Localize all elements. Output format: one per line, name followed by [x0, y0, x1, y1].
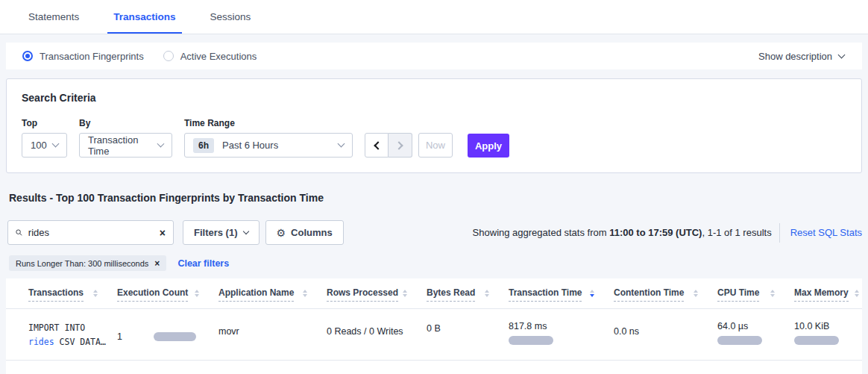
- arrow-left-icon: [374, 141, 382, 149]
- search-box[interactable]: ×: [7, 220, 174, 245]
- applied-filters-row: Runs Longer Than: 300 milliseconds × Cle…: [9, 255, 862, 271]
- chevron-down-icon: [52, 140, 60, 148]
- next-time-range-button[interactable]: [389, 133, 412, 158]
- results-table: Transactions Execution Count Application…: [6, 278, 862, 374]
- search-criteria-card: Search Criteria Top 100 By Transaction T…: [6, 78, 862, 173]
- time-range-pager: [365, 133, 412, 158]
- bytes-read-value: 0 B: [427, 323, 441, 334]
- radio-transaction-fingerprints[interactable]: Transaction Fingerprints: [22, 51, 144, 62]
- sql-statement-line2: rides CSV DATA…: [28, 335, 117, 349]
- column-header-transactions[interactable]: Transactions: [28, 287, 117, 302]
- tab-statements[interactable]: Statements: [16, 0, 91, 34]
- column-header-contention-time[interactable]: Contention Time: [614, 287, 717, 302]
- cpu-time-value: 64.0 µs: [717, 321, 794, 331]
- chevron-down-icon: [338, 140, 345, 148]
- column-header-label[interactable]: Execution Count: [117, 287, 188, 302]
- sort-icon[interactable]: [403, 290, 407, 297]
- stats-prefix: Showing aggregated stats from: [473, 227, 610, 238]
- top-label: Top: [22, 118, 67, 128]
- filter-pill-label: Runs Longer Than: 300 milliseconds: [16, 259, 148, 268]
- sort-icon[interactable]: [195, 290, 199, 297]
- execution-count-cell: 1: [117, 324, 218, 349]
- column-header-label[interactable]: Contention Time: [614, 287, 684, 302]
- stats-time-range: 11:00 to 17:59 (UTC): [609, 227, 702, 238]
- sort-icon[interactable]: [770, 290, 775, 297]
- cpu-time-cell: 64.0 µs: [717, 321, 794, 349]
- time-range-value: Past 6 Hours: [222, 140, 278, 151]
- search-input[interactable]: [28, 227, 160, 238]
- column-header-label[interactable]: CPU Time: [717, 287, 759, 302]
- top-select[interactable]: 100: [22, 133, 67, 158]
- stats-suffix: , 1-1 of 1 results: [702, 227, 771, 238]
- column-header-rows-processed[interactable]: Rows Processed: [327, 287, 427, 302]
- execution-count-bar: [154, 332, 196, 341]
- column-header-max-memory[interactable]: Max Memory: [794, 287, 862, 302]
- transaction-fingerprint-cell[interactable]: IMPORT INTO rides CSV DATA…: [28, 321, 117, 349]
- columns-button-label: Columns: [291, 227, 333, 238]
- bytes-read-cell: 0 B: [427, 321, 509, 349]
- sort-icon[interactable]: [855, 290, 859, 297]
- application-name-cell: movr: [218, 321, 327, 349]
- column-header-label[interactable]: Transaction Time: [509, 287, 582, 302]
- time-range-label: Time Range: [184, 118, 353, 128]
- results-toolbar: × Filters (1) ⚙ Columns Showing aggregat…: [7, 220, 862, 245]
- column-header-label[interactable]: Rows Processed: [327, 287, 398, 302]
- by-select[interactable]: Transaction Time: [79, 133, 172, 158]
- clear-search-icon[interactable]: ×: [160, 228, 166, 238]
- time-range-badge: 6h: [193, 138, 214, 153]
- tab-sessions[interactable]: Sessions: [198, 0, 263, 34]
- max-memory-value: 10.0 KiB: [794, 321, 862, 331]
- column-header-bytes-read[interactable]: Bytes Read: [427, 287, 509, 302]
- top-select-value: 100: [31, 140, 47, 151]
- max-memory-cell: 10.0 KiB: [794, 321, 862, 349]
- sort-icon[interactable]: [303, 290, 307, 297]
- sort-icon[interactable]: [590, 290, 594, 297]
- previous-time-range-button[interactable]: [365, 133, 389, 158]
- table-header-row: Transactions Execution Count Application…: [6, 287, 862, 309]
- column-header-label[interactable]: Transactions: [28, 287, 84, 302]
- radio-unselected-icon: [163, 51, 174, 61]
- apply-button[interactable]: Apply: [468, 134, 509, 158]
- reset-sql-stats-link[interactable]: Reset SQL Stats: [790, 227, 862, 238]
- column-header-label[interactable]: Application Name: [218, 287, 294, 302]
- search-icon: [16, 228, 22, 237]
- gear-icon: ⚙: [277, 227, 286, 239]
- now-button[interactable]: Now: [418, 133, 453, 158]
- sort-icon[interactable]: [93, 290, 98, 297]
- column-header-execution-count[interactable]: Execution Count: [117, 287, 218, 302]
- search-criteria-form: Top 100 By Transaction Time Time Range 6…: [22, 118, 846, 158]
- tab-transactions[interactable]: Transactions: [101, 0, 187, 34]
- contention-time-cell: 0.0 ns: [614, 321, 717, 349]
- column-header-application-name[interactable]: Application Name: [218, 287, 327, 302]
- sql-statement-line1: IMPORT INTO: [28, 321, 117, 335]
- sql-statement-rest: CSV DATA…: [54, 337, 106, 347]
- vertical-divider: [779, 223, 780, 243]
- column-header-label[interactable]: Max Memory: [794, 287, 849, 302]
- chevron-down-icon: [242, 228, 248, 234]
- filters-button[interactable]: Filters (1): [183, 220, 260, 245]
- sort-icon[interactable]: [485, 290, 489, 297]
- time-range-select[interactable]: 6h Past 6 Hours: [184, 133, 353, 158]
- column-header-cpu-time[interactable]: CPU Time: [717, 287, 794, 302]
- remove-filter-icon[interactable]: ×: [154, 258, 160, 269]
- columns-button[interactable]: ⚙ Columns: [265, 220, 344, 245]
- top-field: Top 100: [22, 118, 67, 158]
- chevron-down-icon: [838, 51, 846, 58]
- radio-active-executions[interactable]: Active Executions: [163, 51, 257, 62]
- filters-button-label: Filters (1): [194, 227, 238, 238]
- by-label: By: [79, 118, 172, 128]
- max-memory-bar: [794, 336, 839, 345]
- clear-filters-link[interactable]: Clear filters: [177, 258, 229, 269]
- table-row[interactable]: IMPORT INTO rides CSV DATA… 1 movr 0 Rea…: [6, 309, 862, 361]
- show-description-label: Show description: [758, 51, 832, 62]
- sort-icon[interactable]: [694, 290, 698, 297]
- sql-table-link[interactable]: rides: [28, 337, 54, 347]
- view-toggle-row: Transaction Fingerprints Active Executio…: [6, 43, 862, 69]
- radio-selected-icon: [22, 51, 33, 61]
- column-header-label[interactable]: Bytes Read: [427, 287, 475, 302]
- transaction-time-cell: 817.8 ms: [509, 321, 614, 349]
- column-header-transaction-time[interactable]: Transaction Time: [509, 287, 614, 302]
- show-description-toggle[interactable]: Show description: [758, 51, 844, 62]
- transaction-time-value: 817.8 ms: [509, 321, 614, 331]
- filter-pill: Runs Longer Than: 300 milliseconds ×: [9, 255, 166, 271]
